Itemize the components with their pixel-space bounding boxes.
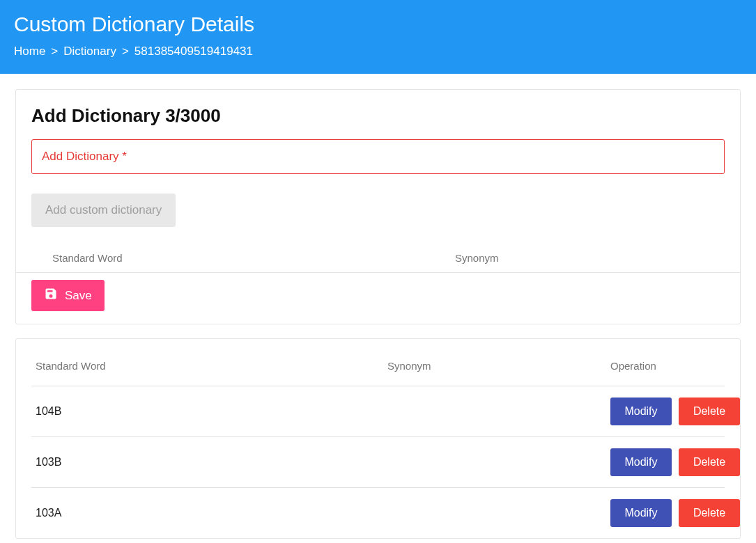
modify-button[interactable]: Modify [610, 499, 672, 527]
col-operation: Operation [610, 360, 720, 372]
add-dictionary-input[interactable] [31, 139, 725, 174]
page-header: Custom Dictionary Details Home > Diction… [0, 0, 756, 74]
delete-button[interactable]: Delete [679, 499, 740, 527]
breadcrumb: Home > Dictionary > 581385409519419431 [14, 45, 742, 58]
operation-cell: Modify Delete [610, 398, 740, 425]
table-row: 103B Modify Delete [31, 437, 725, 487]
add-table-header: Standard Word Synonym [31, 244, 725, 272]
operation-cell: Modify Delete [610, 448, 740, 476]
list-table-header: Standard Word Synonym Operation [31, 360, 725, 386]
save-button-label: Save [65, 289, 92, 303]
modify-button[interactable]: Modify [610, 398, 672, 425]
standard-word-cell: 103A [36, 507, 387, 519]
table-row: 103A Modify Delete [31, 488, 725, 538]
dictionary-list-card: Standard Word Synonym Operation 104B Mod… [15, 338, 741, 539]
breadcrumb-home[interactable]: Home [14, 45, 45, 58]
add-dictionary-title: Add Dictionary 3/3000 [31, 105, 725, 127]
chevron-right-icon: > [122, 45, 129, 58]
add-dictionary-card: Add Dictionary 3/3000 Add custom diction… [15, 89, 741, 324]
save-icon [44, 287, 58, 304]
breadcrumb-dictionary[interactable]: Dictionary [63, 45, 116, 58]
save-button[interactable]: Save [31, 280, 105, 311]
operation-cell: Modify Delete [610, 499, 740, 527]
chevron-right-icon: > [51, 45, 58, 58]
page-title: Custom Dictionary Details [14, 13, 742, 36]
standard-word-cell: 104B [36, 405, 387, 418]
col-standard-word: Standard Word [52, 252, 455, 264]
add-custom-dictionary-button: Add custom dictionary [31, 194, 176, 227]
col-standard-word: Standard Word [36, 360, 387, 372]
delete-button[interactable]: Delete [679, 448, 740, 476]
standard-word-cell: 103B [36, 456, 387, 469]
col-synonym: Synonym [455, 252, 704, 264]
col-synonym: Synonym [387, 360, 610, 372]
table-row: 104B Modify Delete [31, 386, 725, 436]
breadcrumb-id: 581385409519419431 [134, 45, 253, 58]
modify-button[interactable]: Modify [610, 448, 672, 476]
delete-button[interactable]: Delete [679, 398, 740, 425]
